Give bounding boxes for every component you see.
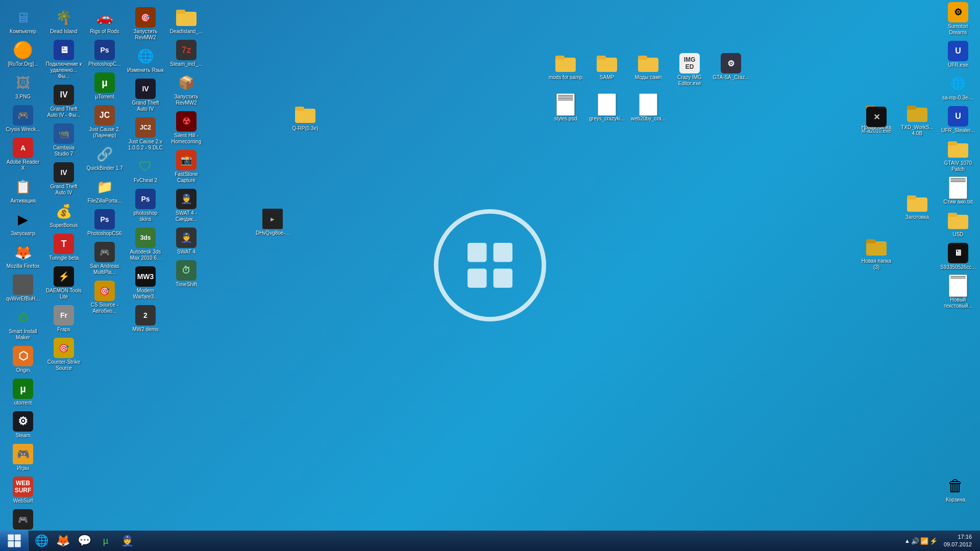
icon-rutor[interactable]: 🟠 [RuTor.Org]...: [4, 38, 42, 69]
icon-sa-mp[interactable]: 🌐 sa-mp-0.3e-...: [939, 71, 977, 103]
icon-web20by-cra[interactable]: web20by_cra...: [629, 92, 668, 124]
icon-mw2demo[interactable]: 2 MW2 demo: [126, 303, 165, 335]
icon-quickbinder[interactable]: 🔗 QuickBinder 1.7: [85, 142, 124, 173]
icon-greys-crazyki[interactable]: greys_crazyki...: [587, 92, 626, 124]
icon-winrar[interactable]: 📦 Запустить RevMW2: [167, 70, 206, 108]
icon-utorrent[interactable]: µ utorrent: [4, 377, 42, 408]
icon-photoshopcs6[interactable]: Ps PhotoshopCS6: [85, 207, 124, 239]
icon-steam[interactable]: ⚙ Steam: [4, 409, 42, 441]
icon-websurf[interactable]: WEBSURF WebSurf: [4, 474, 42, 506]
icon-zapuskat[interactable]: ▶ Запускатр: [4, 207, 42, 239]
icon-superbonus[interactable]: 💰 SuperBonus: [44, 199, 83, 231]
start-button[interactable]: [0, 531, 29, 551]
icon-smart-install[interactable]: ⚙ Smart Install Maker: [4, 305, 42, 343]
icon-swat4[interactable]: 👮 SWAT 4: [167, 226, 206, 257]
icon-daemon[interactable]: ⚡ DAEMON Tools Lite: [44, 264, 83, 302]
taskbar-ie[interactable]: 🌐: [31, 531, 52, 550]
icon-deadisland-folder[interactable]: DeadIsland_...: [167, 5, 206, 37]
icon-xf-a2010[interactable]: ✕ xf-a2010.exe: [857, 105, 896, 136]
svg-rect-4: [494, 269, 512, 288]
recycle-bin[interactable]: 🗑 Корзина: [936, 473, 975, 505]
icon-samp-folder[interactable]: SAMP: [587, 51, 626, 89]
icon-zagotovka[interactable]: Заготовка: [898, 191, 937, 222]
icon-swat4-sindik[interactable]: 👮 SWAT 4 - Синдик...: [167, 187, 206, 224]
icon-3png[interactable]: 🖼 3.PNG: [4, 70, 42, 102]
icon-adobe[interactable]: A Adobe Reader X: [4, 136, 42, 173]
icon-izmenit-yazyk[interactable]: 🌐 Изменить Язык: [126, 44, 165, 76]
icon-photoshop-skins[interactable]: Ps photoshop skins: [126, 187, 165, 224]
tray-icon-1: 🔊: [911, 537, 919, 545]
windows-logo: [434, 209, 546, 321]
icon-ufr-stealer[interactable]: U UFR_Stealer...: [939, 104, 977, 136]
icon-just-cause2b[interactable]: JC2 Just Cause 2.v 1.0.0.2 - 9.DLC: [126, 115, 165, 153]
icon-crysis[interactable]: 🎮 Crysis Wreck...: [4, 103, 42, 135]
icon-counter-strike[interactable]: 🎯 Counter-Strike Source: [44, 336, 83, 373]
icon-dh-video[interactable]: ▶ DHvQvg8oe-...: [253, 207, 292, 238]
taskbar-swat[interactable]: 👮: [116, 531, 138, 550]
svg-rect-1: [468, 243, 486, 262]
icon-photoshop-c[interactable]: Ps PhotoshopC...: [85, 38, 124, 69]
icon-gta-sa-craz[interactable]: ⚙ GTA-SA_Craz...: [712, 51, 750, 89]
icon-crazy-img[interactable]: IMGED Crazy IMG Editor.exe: [670, 51, 709, 89]
tray-icon-3: ⚡: [929, 537, 938, 545]
icon-qrp[interactable]: Q-RP(0.3e): [286, 102, 325, 134]
svg-rect-5: [8, 534, 14, 540]
tray-icon-2: 📶: [920, 537, 928, 545]
icon-s93350526[interactable]: 🖥 S93350526сс...: [939, 241, 977, 272]
taskbar-utorrent[interactable]: µ: [95, 531, 116, 550]
tray-arrow[interactable]: ▲: [904, 538, 910, 544]
icon-podkluchenie[interactable]: 🖥 Подключение к удаленно... Фы...: [44, 38, 83, 82]
desktop: 🖥 Компьютер 🟠 [RuTor.Org]... 🖼 3.PNG 🎮 C…: [0, 0, 980, 531]
icon-origin[interactable]: ⬡ Origin: [4, 344, 42, 375]
taskbar-pinned: 🌐 🦊 💬 µ 👮: [29, 531, 140, 551]
icon-noviy-text[interactable]: Новый текстовый...: [939, 273, 977, 311]
icon-just-cause2[interactable]: JC Just Cause 2.(Лаунчер): [85, 103, 124, 141]
system-tray: ▲ 🔊 📶 ⚡: [904, 537, 938, 545]
icon-modern-warfare3[interactable]: MW3 Modern Warfare3...: [126, 264, 165, 302]
icon-gtaiv-patch[interactable]: GTAIV 1070 Patch: [939, 137, 977, 174]
icon-camtasia[interactable]: 📹 Camtasia Studio 7: [44, 121, 83, 159]
icon-7zip[interactable]: 7z Steam_incl_...: [167, 38, 206, 69]
icon-txd-workstation[interactable]: TXD_WorkS... 4.0B: [898, 101, 937, 139]
icon-gta4[interactable]: IV Grand Theft Auto IV - Фы...: [44, 83, 83, 120]
icon-computer[interactable]: 🖥 Компьютер: [4, 5, 42, 37]
icon-qvwvr[interactable]: qvWvrEfBuH...: [4, 272, 42, 304]
icon-san-andreas-mp[interactable]: 🎮 San Andreas MultiPla...: [85, 240, 124, 278]
svg-point-0: [436, 211, 544, 319]
icon-tunngle[interactable]: T Tunngle beta: [44, 232, 83, 263]
icon-timeshift[interactable]: ⏱ TimeShift: [167, 258, 206, 290]
icon-styles-psd[interactable]: styles.psd: [546, 92, 585, 124]
icon-usd-folder[interactable]: USD: [939, 208, 977, 240]
icon-filezilla[interactable]: 📁 FileZillaPorta...: [85, 174, 124, 206]
svg-rect-2: [494, 243, 512, 262]
taskbar-firefox[interactable]: 🦊: [52, 531, 74, 550]
icon-autodesk3ds[interactable]: 3ds Autodesk 3ds Max 2010 6...: [126, 226, 165, 263]
icon-igry[interactable]: 🎮 Игры: [4, 442, 42, 473]
icon-firefox[interactable]: 🦊 Mozilla Firefox: [4, 240, 42, 271]
icon-gta4-iv[interactable]: IV Grand Theft Auto IV: [126, 77, 165, 114]
icon-fraps[interactable]: Fr Fraps: [44, 303, 83, 335]
icon-rigs-of-rods[interactable]: 🚗 Rigs of Rods: [85, 5, 124, 37]
icon-nova-papka3[interactable]: Новая папка (3): [857, 235, 896, 272]
icon-gta4-b[interactable]: IV Grand Theft Auto IV: [44, 160, 83, 198]
taskbar-skype[interactable]: 💬: [74, 531, 95, 550]
icon-cs-source-auto[interactable]: 🎯 CS Source - Автобно...: [85, 279, 124, 316]
icon-mody-samp[interactable]: Моды самп: [629, 51, 668, 89]
icon-fvcheat2[interactable]: 🛡 FvCheat 2: [126, 154, 165, 186]
svg-rect-6: [14, 534, 20, 540]
icon-mods-for-samp[interactable]: mods for samp: [546, 51, 585, 89]
clock[interactable]: 17:16 09.07.2012: [940, 533, 976, 549]
icon-sumotori[interactable]: ⚙ Sumotori Dreams: [939, 0, 977, 38]
svg-rect-7: [8, 541, 14, 547]
icon-launch-revmw2[interactable]: 🎯 Запустить RevMW2: [126, 5, 165, 43]
icon-utorrent2[interactable]: µ µTorrent: [85, 70, 124, 102]
icon-dead-island[interactable]: 🌴 Dead Island: [44, 5, 83, 37]
icon-activaciya[interactable]: 📋 Активация: [4, 174, 42, 206]
icon-stim-akki-txt[interactable]: Стим аккі.txt: [939, 176, 977, 207]
icon-faststone[interactable]: 📸 FastStone Capture: [167, 148, 206, 186]
taskbar-right: ▲ 🔊 📶 ⚡ 17:16 09.07.2012: [904, 533, 980, 549]
icon-column-2: 🌴 Dead Island 🖥 Подключение к удаленно..…: [43, 5, 84, 551]
icon-ufr-exe[interactable]: U UFR.exe: [939, 39, 977, 70]
icon-column-1: 🖥 Компьютер 🟠 [RuTor.Org]... 🖼 3.PNG 🎮 C…: [3, 5, 43, 551]
icon-silenthill[interactable]: ☢ Silent Hill - Homecoming: [167, 109, 206, 147]
